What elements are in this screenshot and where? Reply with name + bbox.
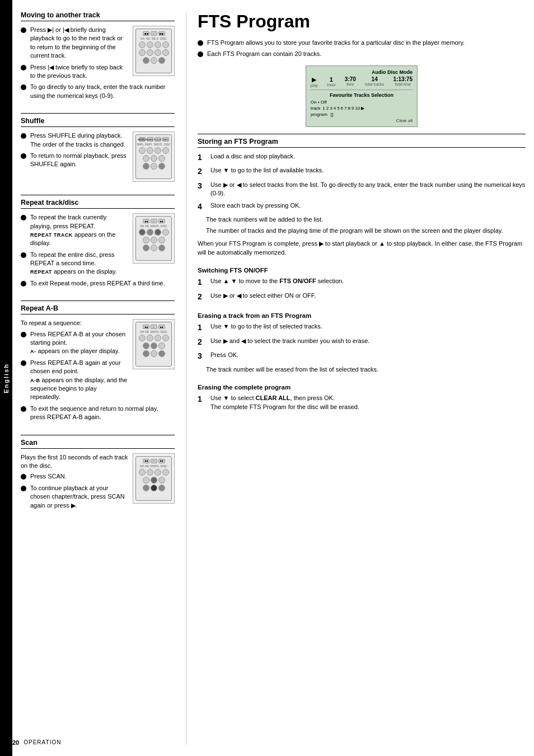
remote-round-1 <box>139 41 146 48</box>
step-text-4: Store each track by pressing OK. <box>210 201 526 210</box>
section-switching: Switching FTS ON/OFF 1 Use ▲ ▼ to move t… <box>198 267 526 302</box>
fts-program-value: [] <box>331 112 333 117</box>
fts-tn-9: 9 <box>352 106 354 111</box>
step-ec-text-1: Use ▼ to select CLEAR ALL, then press OK… <box>210 394 526 411</box>
bullet-dot <box>21 281 26 287</box>
ra1b3: ▶▶ <box>158 325 165 329</box>
sc4-2 <box>151 485 157 491</box>
fts-on-off-label: On • Off <box>311 100 326 105</box>
step-et-num-3: 3 <box>198 351 208 362</box>
ra1b2: ⌣ <box>151 325 157 329</box>
remote-round-9 <box>143 57 149 64</box>
bullet-moving-3-text: To go directly to any track, enter the t… <box>30 83 175 100</box>
sc3-1 <box>143 477 149 483</box>
fts-display-top-label: Audio Disc Mode <box>311 69 413 75</box>
remote-inner-ab: ◀◀ ⌣ ▶▶ SHRESHDTLDISC <box>135 322 172 367</box>
remote-round-10 <box>151 57 157 64</box>
fts-tn-2: 2 <box>326 106 329 111</box>
remote-round-4 <box>162 41 169 48</box>
remote-round-7 <box>154 49 161 56</box>
rp3-1 <box>143 237 149 243</box>
fts-tn-7: 7 <box>344 106 346 111</box>
sc4 <box>143 485 165 491</box>
fts-on-off-ref: FTS ON/OFF <box>279 278 316 284</box>
shuffle-sub1: The order of the tracks is changed. <box>30 141 125 148</box>
fts-play-col: ▶ play <box>311 76 318 87</box>
step-et-text-1: Use ▼ to go to the list of selected trac… <box>210 322 526 331</box>
bullet-ab-1: Press REPEAT A-B at your chosen starting… <box>21 330 128 356</box>
bullet-dot <box>21 153 26 159</box>
sc2-2 <box>147 469 153 476</box>
fts-play-label: play <box>311 83 318 87</box>
fts-intro-2-text: Each FTS Program can contain 20 tracks. <box>207 50 526 58</box>
rp2-1 <box>139 229 146 236</box>
remote-inner-repeat: ◀◀ ⌣ ▶▶ SHRESHDTLDISC <box>135 216 172 261</box>
sc3-3 <box>158 477 165 483</box>
bullet-repeat-3: To exit Repeat mode, press REPEAT a thir… <box>21 279 175 288</box>
rp2-3 <box>154 229 161 236</box>
clear-all-ref: CLEAR ALL <box>256 395 291 401</box>
bullet-dot <box>21 486 26 491</box>
rp2 <box>139 229 169 236</box>
section-storing: Storing an FTS Program 1 Load a disc and… <box>198 134 526 257</box>
bullet-dot <box>21 27 26 33</box>
bullet-shuffle-1: Press SHUFFLE during playback. The order… <box>21 132 128 149</box>
fts-track-row: track 1 2 3 4 5 6 7 8 9 10 ▶ <box>311 106 413 111</box>
bullet-repeat-1: To repeat the track currently playing, p… <box>21 213 128 248</box>
fts-clear-all: Clear all <box>311 118 413 123</box>
rr4 <box>143 163 165 170</box>
step-storing-3: 3 Use ▶ or ◀ to select tracks from the l… <box>198 181 526 198</box>
bullet-shuffle-2: To return to normal playback, press SHUF… <box>21 152 128 169</box>
page-label: Operation <box>24 739 61 746</box>
bullet-moving-2: Press |◀ twice briefly to step back to t… <box>21 63 128 81</box>
step-sw-text-2: Use ▶ or ◀ to select either ON or OFF. <box>210 292 526 300</box>
remote-top-row: ◀◀ ⌣ ▶▶ <box>143 31 165 36</box>
fts-tn-6: 6 <box>341 106 343 111</box>
storing-para: When your FTS Program is complete, press… <box>198 240 526 257</box>
right-column: FTS Program FTS Program allows you to st… <box>186 11 526 745</box>
remote-last-row <box>143 57 165 64</box>
fts-time-col: 3:70 time <box>345 76 356 87</box>
sc4-1 <box>143 485 149 491</box>
bullet-dot <box>21 215 26 220</box>
rb3: TLCLIP <box>154 137 161 142</box>
storing-indent-2: The number of tracks and the playing tim… <box>198 227 526 235</box>
sc1: ◀◀ ⌣ ▶▶ <box>143 459 165 463</box>
fts-tn-more: ▶ <box>361 106 364 111</box>
ra2-1 <box>139 335 146 341</box>
fts-total-tracks-label: total tracks <box>365 82 384 86</box>
ra3-3 <box>158 342 165 349</box>
step-et-num-1: 1 <box>198 322 208 334</box>
bullet-repeat-1-text: To repeat the track currently playing, p… <box>30 213 128 248</box>
bullet-repeat-3-text: To exit Repeat mode, press REPEAT a thir… <box>30 279 175 288</box>
section-shuffle: Shuffle SHFFLE RMRK TLCLIP DISC SHFLREPT… <box>21 113 175 185</box>
step-num-3: 3 <box>198 181 208 192</box>
remote-round-5 <box>139 49 146 56</box>
step-sw-num-2: 2 <box>198 292 208 303</box>
ra4 <box>143 350 165 357</box>
ra2-4 <box>162 335 169 341</box>
fts-track-row-label: track <box>311 106 320 111</box>
bullet-scan-2: To continue playback at your chosen chap… <box>21 484 128 510</box>
step-switching-1: 1 Use ▲ ▼ to move to the FTS ON/OFF sele… <box>198 277 526 288</box>
fts-total-time-val: 1:13:75 <box>394 76 413 82</box>
bullet-dot <box>21 360 26 366</box>
fts-tn-3: 3 <box>330 106 332 111</box>
remote-btn-2: ⌣ <box>151 31 157 36</box>
bullet-dot <box>198 40 203 46</box>
bullet-dot <box>21 133 26 139</box>
rp4-1 <box>143 245 149 251</box>
bullet-ab-2: Press REPEAT A-B again at your chosen en… <box>21 359 128 402</box>
ra3 <box>143 342 165 349</box>
ab-ab-display: A-B <box>30 378 40 383</box>
ra-labels: SHRESHDTLDISC <box>140 330 167 334</box>
section-repeat-title: Repeat track/disc <box>21 199 175 209</box>
fts-play-icon: ▶ <box>312 76 316 83</box>
step-text-1: Load a disc and stop playback. <box>210 152 526 161</box>
rb1: SHFFLE <box>139 137 146 142</box>
fts-total-time-col: 1:13:75 total time <box>394 76 413 87</box>
fts-tn-4: 4 <box>334 106 336 111</box>
step-et-2: 2 Use ▶ and ◀ to select the track number… <box>198 337 526 348</box>
storing-indent-1: The track numbers will be added to the l… <box>198 215 526 224</box>
bullet-ab-3: To exit the sequence and return to norma… <box>21 405 175 422</box>
